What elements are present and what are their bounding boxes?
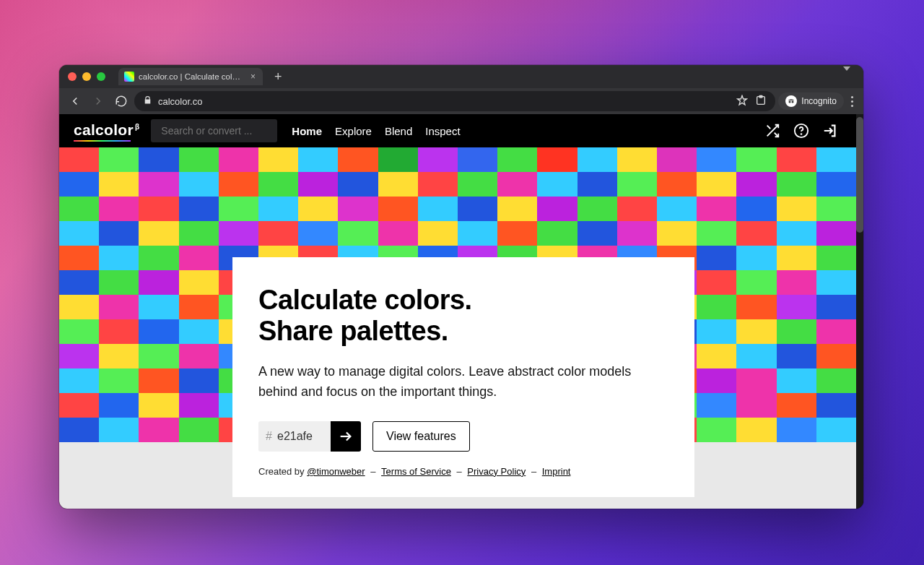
mosaic-cell <box>617 172 657 197</box>
scrollbar-thumb[interactable] <box>856 117 863 233</box>
mosaic-cell <box>497 147 537 172</box>
mosaic-cell <box>697 147 736 172</box>
login-button[interactable] <box>821 122 839 139</box>
mosaic-cell <box>99 393 139 418</box>
url-text: calcolor.co <box>158 96 202 107</box>
mosaic-cell <box>657 172 697 197</box>
imprint-link[interactable]: Imprint <box>542 466 571 477</box>
view-features-button[interactable]: View features <box>372 421 470 452</box>
mosaic-cell <box>298 197 338 221</box>
nav-inspect[interactable]: Inspect <box>425 125 460 137</box>
page-viewport: calcolorβ Home Explore Blend Inspect <box>59 114 863 509</box>
mosaic-cell <box>219 172 258 197</box>
mosaic-cell <box>736 368 776 393</box>
mosaic-cell <box>578 147 617 172</box>
vertical-scrollbar[interactable] <box>856 114 863 509</box>
mosaic-cell <box>816 368 856 393</box>
nav-blend[interactable]: Blend <box>385 125 412 137</box>
mosaic-cell <box>697 295 736 319</box>
mosaic-cell <box>139 270 178 295</box>
mosaic-cell <box>179 393 219 418</box>
mosaic-cell <box>139 368 178 393</box>
mosaic-cell <box>139 197 178 221</box>
mosaic-cell <box>338 147 378 172</box>
mosaic-cell <box>816 172 856 197</box>
tab-overflow-button[interactable] <box>843 71 855 82</box>
maximize-window-button[interactable] <box>97 72 105 81</box>
mosaic-cell <box>458 172 497 197</box>
mosaic-cell <box>179 344 219 368</box>
bookmark-button[interactable] <box>736 95 748 108</box>
traffic-lights <box>68 72 105 81</box>
submit-hex-button[interactable] <box>331 421 361 452</box>
mosaic-cell <box>338 172 378 197</box>
mosaic-cell <box>59 319 99 344</box>
close-window-button[interactable] <box>68 72 77 81</box>
mosaic-cell <box>59 270 99 295</box>
mosaic-cell <box>298 172 338 197</box>
mosaic-cell <box>697 319 736 344</box>
mosaic-cell <box>777 295 816 319</box>
browser-menu-button[interactable] <box>847 92 858 111</box>
mosaic-cell <box>736 172 776 197</box>
mosaic-cell <box>298 221 338 246</box>
incognito-badge[interactable]: Incognito <box>778 92 844 110</box>
mosaic-cell <box>777 418 816 442</box>
privacy-link[interactable]: Privacy Policy <box>467 466 526 477</box>
mosaic-cell <box>816 221 856 246</box>
mosaic-cell <box>458 221 497 246</box>
search-input[interactable] <box>151 119 277 142</box>
nav-explore[interactable]: Explore <box>335 125 372 137</box>
hero-headline: Calculate colors. Share palettes. <box>258 285 668 346</box>
mosaic-cell <box>816 147 856 172</box>
mosaic-cell <box>777 221 816 246</box>
nav-home[interactable]: Home <box>292 125 322 137</box>
tab-title: calcolor.co | Calculate colors. S <box>139 72 245 81</box>
new-tab-button[interactable]: + <box>269 69 288 85</box>
mosaic-cell <box>816 295 856 319</box>
mosaic-cell <box>139 147 178 172</box>
minimize-window-button[interactable] <box>82 72 91 81</box>
mosaic-cell <box>338 221 378 246</box>
mosaic-cell <box>139 172 178 197</box>
mosaic-cell <box>816 246 856 270</box>
browser-tab[interactable]: calcolor.co | Calculate colors. S × <box>118 68 263 85</box>
mosaic-cell <box>258 147 298 172</box>
mosaic-cell <box>736 319 776 344</box>
mosaic-cell <box>777 197 816 221</box>
mosaic-cell <box>338 197 378 221</box>
back-button[interactable] <box>65 91 85 111</box>
hero-section: Calculate colors. Share palettes. A new … <box>59 147 856 509</box>
mosaic-cell <box>736 246 776 270</box>
mosaic-cell <box>657 197 697 221</box>
mosaic-cell <box>99 221 139 246</box>
hero-card: Calculate colors. Share palettes. A new … <box>232 257 694 497</box>
mosaic-cell <box>697 368 736 393</box>
mosaic-cell <box>59 418 99 442</box>
address-bar[interactable]: calcolor.co <box>134 91 775 111</box>
mosaic-cell <box>697 418 736 442</box>
mosaic-cell <box>697 270 736 295</box>
hex-input[interactable] <box>258 421 331 452</box>
mosaic-cell <box>736 147 776 172</box>
mosaic-cell <box>816 319 856 344</box>
svg-point-3 <box>792 101 794 103</box>
mosaic-cell <box>736 295 776 319</box>
app-logo[interactable]: calcolorβ <box>74 121 139 141</box>
forward-button[interactable] <box>88 91 108 111</box>
reload-button[interactable] <box>111 91 131 111</box>
mosaic-cell <box>736 221 776 246</box>
help-button[interactable] <box>793 122 810 139</box>
hex-input-group <box>258 421 361 452</box>
mosaic-cell <box>179 172 219 197</box>
browser-toolbar: calcolor.co Incognito <box>59 88 863 114</box>
mosaic-cell <box>578 221 617 246</box>
tos-link[interactable]: Terms of Service <box>381 466 451 477</box>
mosaic-cell <box>258 221 298 246</box>
close-tab-button[interactable]: × <box>249 72 257 82</box>
mosaic-cell <box>736 197 776 221</box>
shuffle-button[interactable] <box>764 122 781 139</box>
extensions-button[interactable] <box>755 95 767 108</box>
author-link[interactable]: @timonweber <box>307 466 365 477</box>
mosaic-cell <box>657 147 697 172</box>
